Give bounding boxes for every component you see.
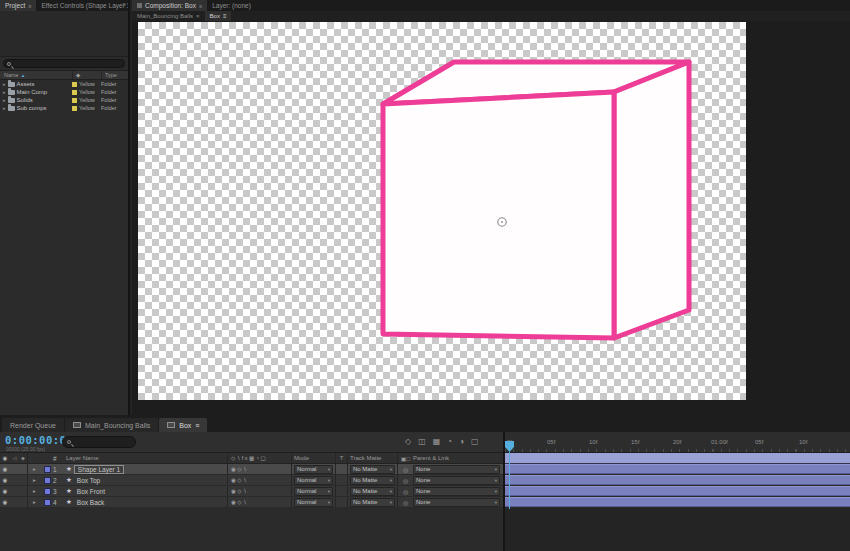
column-label[interactable]: ◆ (72, 71, 101, 79)
video-column-icon: ◉ (0, 453, 10, 463)
project-row[interactable]: ▸ Main Comp Yellow Folder (0, 88, 128, 96)
disclosure-icon[interactable]: ▸ (3, 81, 6, 87)
label-color-chip[interactable] (72, 90, 77, 95)
label-color-chip[interactable] (72, 82, 77, 87)
layer-name[interactable]: Box Front (74, 488, 108, 495)
panel-menu-icon[interactable]: ≡ (199, 3, 202, 9)
pickwhip-icon[interactable]: ◎ (397, 475, 413, 485)
timeline-panel: Render Queue Main_Bouncing Balls Box ≡ 0… (0, 415, 850, 551)
mode-dropdown[interactable]: Normal ▾ (294, 498, 333, 507)
timeline-search-input[interactable] (62, 436, 136, 448)
layer-color-swatch[interactable] (44, 466, 51, 473)
disclosure-icon[interactable]: ▸ (28, 486, 41, 496)
track-matte-dropdown[interactable]: No Matte ▾ (350, 476, 395, 485)
layer-switches[interactable]: ◉◇∖ (227, 475, 291, 485)
layer-row[interactable]: ◉ ▸ 1 ★ Shape Layer 1 ◉◇∖ Normal ▾ (0, 464, 503, 475)
layer-name[interactable]: Box Back (74, 499, 107, 506)
label-color-chip[interactable] (72, 98, 77, 103)
disclosure-icon[interactable]: ▸ (28, 475, 41, 485)
frame-blending-icon[interactable]: ◔ (447, 437, 452, 446)
eye-icon[interactable]: ◉ (0, 486, 10, 496)
close-icon[interactable]: × (196, 13, 200, 19)
hide-shy-layers-icon[interactable]: ▦ (433, 437, 441, 446)
tab-effect-controls-label: Effect Controls (Shape Layer 1) (41, 2, 128, 9)
layer-color-swatch[interactable] (44, 488, 51, 495)
disclosure-icon[interactable]: ▸ (3, 89, 6, 95)
layer-color-swatch[interactable] (44, 477, 51, 484)
eye-icon[interactable]: ◉ (0, 497, 10, 507)
parent-dropdown[interactable]: None ▾ (413, 465, 500, 474)
tab-effect-controls[interactable]: Effect Controls (Shape Layer 1) (36, 0, 128, 11)
chevron-down-icon: ▾ (328, 478, 330, 483)
layer-name[interactable]: Shape Layer 1 (74, 465, 124, 474)
work-area-bar[interactable] (505, 453, 850, 464)
eye-icon[interactable]: ◉ (0, 475, 10, 485)
layer-name[interactable]: Box Top (74, 477, 103, 484)
project-row[interactable]: ▸ Sub comps Yellow Folder (0, 104, 128, 112)
search-icon (67, 440, 71, 444)
graph-editor-icon[interactable]: ▢ (471, 437, 479, 446)
timeline-tabbar: Render Queue Main_Bouncing Balls Box ≡ (0, 415, 850, 432)
parent-dropdown[interactable]: None ▾ (413, 476, 500, 485)
column-type[interactable]: Type (101, 71, 128, 79)
composition-viewport[interactable] (132, 21, 850, 415)
motion-blur-icon[interactable]: ◑ (459, 437, 464, 446)
track-matte-dropdown[interactable]: No Matte ▾ (350, 465, 395, 474)
draft-3d-icon[interactable]: ◫ (418, 437, 426, 446)
viewer-tab-main-bouncing-balls[interactable]: Main_Bouncing Balls × (132, 11, 205, 21)
panel-menu-icon[interactable]: ≡ (195, 422, 199, 429)
layer-color-swatch[interactable] (44, 499, 51, 506)
pickwhip-icon[interactable]: ◎ (397, 486, 413, 496)
cube-shape[interactable] (138, 22, 746, 400)
tab-box[interactable]: Box ≡ (159, 418, 207, 432)
tab-render-queue[interactable]: Render Queue (2, 418, 64, 432)
transparency-checkerboard[interactable] (138, 22, 746, 400)
audio-column-icon: ◁ (10, 453, 19, 463)
layer-duration-bar[interactable] (505, 497, 850, 507)
parent-dropdown[interactable]: None ▾ (413, 498, 500, 507)
layer-duration-bar[interactable] (505, 486, 850, 496)
layer-switches[interactable]: ◉◇∖ (227, 486, 291, 496)
layer-switches[interactable]: ◉◇∖ (227, 464, 291, 474)
tab-layer-none[interactable]: Layer: (none) (207, 0, 256, 11)
layer-row[interactable]: ◉ ▸ 3 ★ Box Front ◉◇∖ Normal ▾ (0, 486, 503, 497)
tab-overflow-icon[interactable]: » (122, 1, 126, 8)
project-row[interactable]: ▸ Solids Yellow Folder (0, 96, 128, 104)
item-name: Solids (17, 97, 33, 103)
panel-menu-icon[interactable]: ≡ (223, 13, 227, 19)
project-search-input[interactable] (3, 59, 125, 68)
tab-composition-box[interactable]: Composition: Box ≡ (132, 0, 207, 11)
tab-project[interactable]: Project ≡ (0, 0, 36, 11)
tab-main-bouncing-balls[interactable]: Main_Bouncing Balls (65, 418, 158, 432)
composition-icon (167, 422, 175, 428)
mode-dropdown[interactable]: Normal ▾ (294, 487, 333, 496)
column-name[interactable]: Name ▲ (0, 71, 72, 79)
layer-name-header[interactable]: Layer Name (66, 453, 227, 463)
mode-dropdown[interactable]: Normal ▾ (294, 465, 333, 474)
viewer-tab-box[interactable]: Box ≡ (205, 11, 232, 21)
mode-dropdown[interactable]: Normal ▾ (294, 476, 333, 485)
parent-dropdown[interactable]: None ▾ (413, 487, 500, 496)
layer-row[interactable]: ◉ ▸ 4 ★ Box Back ◉◇∖ Normal ▾ (0, 497, 503, 508)
label-color-chip[interactable] (72, 106, 77, 111)
layer-duration-bar[interactable] (505, 475, 850, 485)
disclosure-icon[interactable]: ▸ (3, 97, 6, 103)
item-name: Sub comps (17, 105, 47, 111)
label-column (41, 453, 53, 463)
disclosure-icon[interactable]: ▸ (3, 105, 6, 111)
disclosure-icon[interactable]: ▸ (28, 464, 41, 474)
pickwhip-icon[interactable]: ◎ (397, 464, 413, 474)
track-matte-dropdown[interactable]: No Matte ▾ (350, 498, 395, 507)
eye-icon[interactable]: ◉ (0, 464, 10, 474)
project-column-headers: Name ▲ ◆ Type (0, 71, 128, 80)
panel-menu-icon[interactable]: ≡ (28, 3, 31, 9)
mini-flowchart-icon[interactable]: ◇ (405, 437, 411, 446)
pickwhip-icon[interactable]: ◎ (397, 497, 413, 507)
track-matte-dropdown[interactable]: No Matte ▾ (350, 487, 395, 496)
disclosure-icon[interactable]: ▸ (28, 497, 41, 507)
layer-duration-bar[interactable] (505, 464, 850, 474)
layer-switches[interactable]: ◉◇∖ (227, 497, 291, 507)
project-row[interactable]: ▸ Assets Yellow Folder (0, 80, 128, 88)
layer-row[interactable]: ◉ ▸ 2 ★ Box Top ◉◇∖ Normal ▾ (0, 475, 503, 486)
time-ruler[interactable]: 0f 05f 10f 15f 20f 01:00f 05f 10f (505, 432, 850, 453)
